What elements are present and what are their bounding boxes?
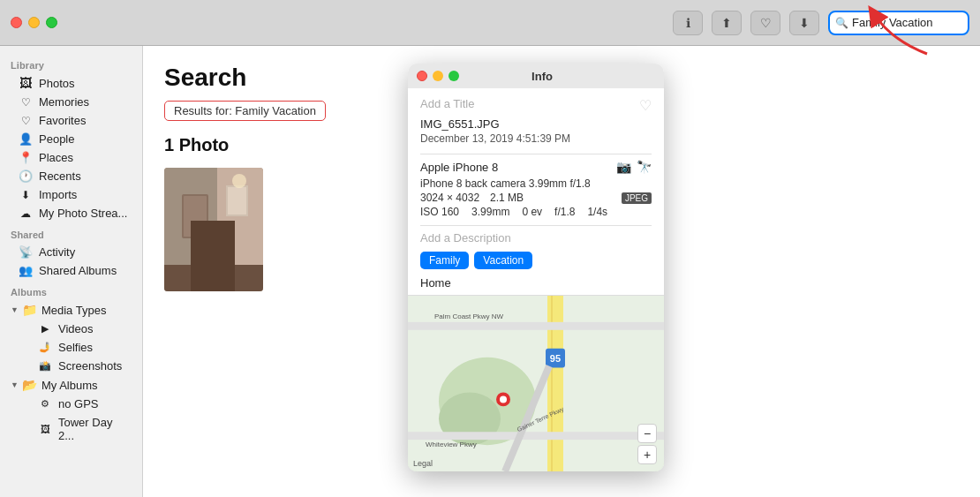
info-ev: 0 ev xyxy=(522,206,542,218)
svg-text:Whiteview Pkwy: Whiteview Pkwy xyxy=(426,441,477,448)
sidebar-item-label: My Photo Strea... xyxy=(39,207,128,220)
add-title-placeholder[interactable]: Add a Title xyxy=(420,97,474,110)
favorite-button[interactable]: ♡ xyxy=(750,11,780,35)
tag-vacation[interactable]: Vacation xyxy=(474,252,532,269)
sidebar-item-label: Screenshots xyxy=(58,359,128,373)
sidebar-item-label: Media Types xyxy=(41,304,132,317)
sidebar-item-label: no GPS xyxy=(58,397,128,410)
sidebar-item-label: Memories xyxy=(39,95,128,109)
sidebar-item-selfies[interactable]: 🤳 Selfies xyxy=(4,338,139,357)
map-container: 95 Palm Coast Pkwy NW Whiteview Pkwy xyxy=(408,295,664,471)
info-top-row: Add a Title ♡ xyxy=(420,97,652,114)
search-input[interactable] xyxy=(852,16,980,29)
sidebar-item-photo-stream[interactable]: ☁ My Photo Strea... xyxy=(4,204,139,222)
info-exif-row: ISO 160 3.99mm 0 ev f/1.8 1/4s xyxy=(420,206,652,218)
info-description-placeholder[interactable]: Add a Description xyxy=(420,231,652,245)
info-shutter: 1/4s xyxy=(587,206,607,218)
sidebar-item-screenshots[interactable]: 📸 Screenshots xyxy=(4,357,139,375)
info-minimize-button[interactable] xyxy=(433,71,443,81)
people-icon: 👤 xyxy=(18,132,34,146)
titlebar: ℹ ⬆ ♡ ⬇ 🔍 ✕ xyxy=(0,0,980,46)
selfies-icon: 🤳 xyxy=(37,342,53,353)
sidebar-item-label: Favorites xyxy=(39,114,128,127)
info-date: December 13, 2019 4:51:39 PM xyxy=(420,132,652,145)
albums-section-label: Albums xyxy=(0,280,142,300)
sidebar-item-recents[interactable]: 🕐 Recents xyxy=(4,167,139,185)
chevron-down-icon: ▼ xyxy=(11,305,19,314)
info-format-badge: JPEG xyxy=(622,192,652,204)
info-maximize-button[interactable] xyxy=(449,71,459,81)
sidebar-item-shared-albums[interactable]: 👥 Shared Albums xyxy=(4,261,139,280)
info-close-button[interactable] xyxy=(417,71,427,81)
info-location-label: Home xyxy=(420,276,652,290)
svg-rect-8 xyxy=(191,221,235,291)
imports-icon: ⬇ xyxy=(18,189,34,201)
info-button[interactable]: ℹ xyxy=(673,11,703,35)
svg-point-9 xyxy=(232,174,246,188)
chevron-down-icon: ▼ xyxy=(11,380,19,389)
sidebar-item-imports[interactable]: ⬇ Imports xyxy=(4,185,139,204)
sidebar-item-label: Places xyxy=(39,151,128,164)
info-panel-title: Info xyxy=(464,70,620,83)
info-panel: Info Add a Title ♡ IMG_6551.JPG December… xyxy=(408,64,664,471)
info-panel-titlebar: Info xyxy=(408,64,664,88)
sidebar-item-label: Shared Albums xyxy=(39,264,128,277)
sidebar-item-photos[interactable]: 🖼 Photos xyxy=(4,73,139,93)
main-layout: Library 🖼 Photos ♡ Memories ♡ Favorites … xyxy=(0,46,980,497)
results-badge: Results for: Family Vacation xyxy=(164,101,326,121)
map-background: 95 Palm Coast Pkwy NW Whiteview Pkwy xyxy=(408,296,664,471)
sidebar-item-label: Selfies xyxy=(58,341,128,354)
shared-albums-icon: 👥 xyxy=(18,264,34,277)
heart-button[interactable]: ♡ xyxy=(639,97,652,114)
camera-icon: 📷 xyxy=(616,160,631,174)
search-bar[interactable]: 🔍 ✕ xyxy=(828,11,969,35)
sidebar-item-no-gps[interactable]: ⚙ no GPS xyxy=(4,395,139,413)
memories-icon: ♡ xyxy=(18,96,34,109)
close-button[interactable] xyxy=(11,17,22,28)
sidebar-item-label: Imports xyxy=(39,188,128,201)
info-divider-2 xyxy=(420,225,652,226)
places-icon: 📍 xyxy=(18,151,34,164)
sidebar-item-label: Videos xyxy=(58,322,128,335)
maximize-button[interactable] xyxy=(46,17,57,28)
sidebar-item-favorites[interactable]: ♡ Favorites xyxy=(4,111,139,130)
tag-family[interactable]: Family xyxy=(420,252,469,269)
info-dimensions: 3024 × 4032 xyxy=(420,192,479,204)
sidebar-item-label: Photos xyxy=(39,77,128,90)
svg-text:Palm Coast Pkwy NW: Palm Coast Pkwy NW xyxy=(434,313,504,320)
sidebar-item-memories[interactable]: ♡ Memories xyxy=(4,93,139,111)
sidebar-item-videos[interactable]: ▶ Videos xyxy=(4,320,139,338)
folder-icon: 📁 xyxy=(22,303,38,317)
map-zoom-in-button[interactable]: + xyxy=(637,445,657,464)
share-button[interactable]: ⬆ xyxy=(712,11,742,35)
sidebar-item-places[interactable]: 📍 Places xyxy=(4,148,139,167)
map-zoom-out-button[interactable]: − xyxy=(637,424,657,443)
info-specs: iPhone 8 back camera 3.99mm f/1.8 xyxy=(420,177,652,190)
sidebar-group-my-albums[interactable]: ▼ 📂 My Albums xyxy=(4,375,139,395)
info-divider xyxy=(420,154,652,154)
info-iso: ISO 160 xyxy=(420,206,459,218)
map-controls: − + xyxy=(637,424,657,464)
info-device: Apple iPhone 8 xyxy=(420,161,498,174)
sidebar-item-activity[interactable]: 📡 Activity xyxy=(4,243,139,261)
minimize-button[interactable] xyxy=(28,17,40,28)
info-meta-row: 3024 × 4032 2.1 MB JPEG xyxy=(420,192,652,204)
videos-icon: ▶ xyxy=(37,323,53,335)
sidebar: Library 🖼 Photos ♡ Memories ♡ Favorites … xyxy=(0,46,143,497)
sidebar-item-tower-day[interactable]: 🖼 Tower Day 2... xyxy=(4,413,139,445)
map-legal: Legal xyxy=(413,459,433,468)
info-aperture: f/1.8 xyxy=(554,206,575,218)
search-icon: 🔍 xyxy=(835,17,848,29)
map-svg: 95 Palm Coast Pkwy NW Whiteview Pkwy xyxy=(408,296,664,471)
info-file-size: 2.1 MB xyxy=(490,192,524,204)
import-button[interactable]: ⬇ xyxy=(789,11,819,35)
tower-day-icon: 🖼 xyxy=(37,424,53,434)
titlebar-actions: ℹ ⬆ ♡ ⬇ 🔍 ✕ xyxy=(673,11,969,35)
sidebar-item-label: My Albums xyxy=(41,379,132,392)
traffic-lights xyxy=(11,17,57,28)
photo-thumbnail[interactable] xyxy=(164,168,263,291)
sidebar-item-people[interactable]: 👤 People xyxy=(4,130,139,148)
sidebar-group-media-types[interactable]: ▼ 📁 Media Types xyxy=(4,300,139,320)
sidebar-item-label: Tower Day 2... xyxy=(58,416,128,442)
info-tags: Family Vacation xyxy=(420,252,652,269)
